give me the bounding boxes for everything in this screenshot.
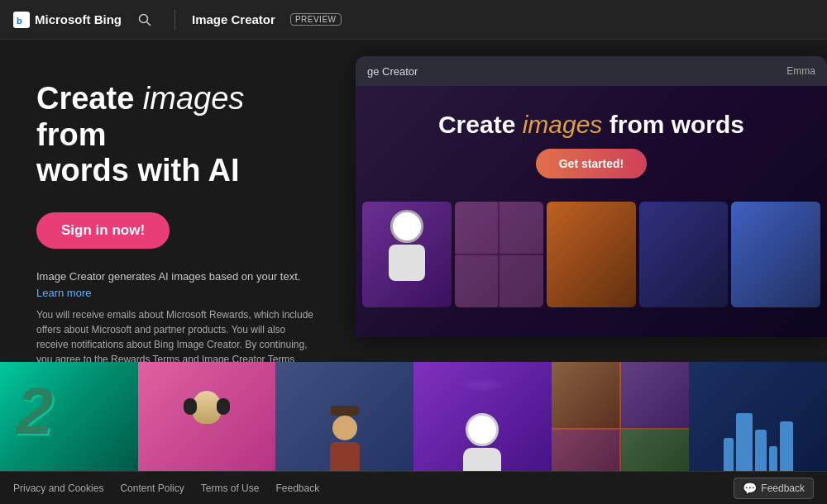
- hero-title: Create images from words with AI: [36, 81, 319, 189]
- preview-window-title: ge Creator: [367, 65, 418, 78]
- preview-img-castle: [547, 202, 636, 307]
- footer: Privacy and Cookies Content Policy Terms…: [0, 471, 827, 504]
- hero-section: Create images from words with AI Sign in…: [0, 40, 827, 362]
- preview-img-astronaut: [362, 202, 452, 307]
- bing-logo-box: b: [13, 12, 30, 28]
- preview-images-grid: [356, 192, 827, 307]
- header: b Microsoft Bing Image Creator PREVIEW: [0, 0, 827, 40]
- footer-feedback-link[interactable]: Feedback: [275, 483, 319, 494]
- feedback-button-label: Feedback: [761, 483, 805, 494]
- preview-img-robot: [639, 202, 729, 307]
- preview-img-portraits: [455, 202, 544, 307]
- header-divider: [174, 10, 175, 30]
- header-image-creator-label: Image Creator: [192, 12, 275, 26]
- preview-img-mountain: [731, 202, 820, 307]
- hero-right: ge Creator Emma Create images from words…: [356, 40, 827, 362]
- hero-description: Image Creator generates AI images based …: [36, 269, 319, 301]
- hero-small-text: You will receive emails about Microsoft …: [36, 307, 319, 362]
- footer-content-policy[interactable]: Content Policy: [120, 483, 184, 494]
- footer-privacy-cookies[interactable]: Privacy and Cookies: [13, 483, 103, 494]
- svg-text:b: b: [17, 16, 22, 26]
- bing-logo-svg: b: [15, 13, 28, 26]
- preview-badge: PREVIEW: [290, 13, 342, 26]
- svg-line-3: [147, 21, 151, 26]
- preview-window-bar: ge Creator Emma: [356, 56, 827, 86]
- hero-left: Create images from words with AI Sign in…: [0, 40, 356, 362]
- get-started-button[interactable]: Get started!: [536, 149, 648, 178]
- search-button[interactable]: [131, 7, 158, 33]
- learn-more-link[interactable]: Learn more: [36, 287, 91, 299]
- search-icon: [138, 13, 151, 26]
- preview-headline: Create images from words: [372, 111, 810, 139]
- footer-terms-of-use[interactable]: Terms of Use: [201, 483, 260, 494]
- sign-in-button[interactable]: Sign in now!: [36, 212, 170, 249]
- svg-point-2: [140, 14, 148, 22]
- header-logo: b Microsoft Bing: [13, 12, 122, 28]
- header-brand: Microsoft Bing: [35, 12, 122, 26]
- feedback-button[interactable]: 💬 Feedback: [734, 478, 814, 499]
- preview-hero-text: Create images from words Get started!: [356, 86, 827, 192]
- preview-window: ge Creator Emma Create images from words…: [356, 56, 827, 337]
- page-wrapper: b Microsoft Bing Image Creator PREVIEW C…: [0, 0, 827, 504]
- preview-window-user: Emma: [786, 65, 815, 77]
- feedback-icon: 💬: [743, 482, 757, 495]
